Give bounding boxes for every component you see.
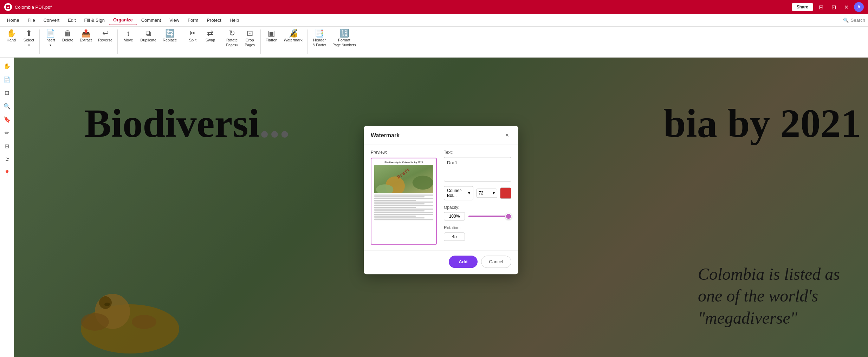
sidebar-thumbnail[interactable]: 📄 <box>1 74 13 85</box>
search-label[interactable]: Search <box>851 18 865 23</box>
delete-label: Delete <box>62 38 73 42</box>
rotate-pages-icon: ↻ <box>229 29 235 37</box>
header-footer-label: Header <box>313 38 326 42</box>
menu-comment[interactable]: Comment <box>137 15 165 25</box>
preview-line <box>374 217 425 218</box>
svg-text:A: A <box>7 6 9 9</box>
insert-label: Insert <box>45 38 55 42</box>
rotate-pages-sublabel: Pages▾ <box>226 43 238 47</box>
rotate-pages-label: Rotate <box>226 38 238 42</box>
select-icon: ⬆ <box>26 29 32 37</box>
menu-convert[interactable]: Convert <box>39 15 64 25</box>
hand-icon: ✋ <box>7 29 16 37</box>
insert-icon: 📄 <box>46 29 55 37</box>
window-close-icon[interactable]: ✕ <box>841 2 851 12</box>
window-minimize-icon[interactable]: ⊟ <box>816 2 826 12</box>
ribbon-header-footer[interactable]: 📑 Header & Footer <box>310 28 329 55</box>
preview-image-area: Draft <box>374 165 433 193</box>
title-bar-right: Share ⊟ ⊡ ✕ A <box>792 2 864 12</box>
extract-icon: 📤 <box>81 29 91 37</box>
preview-line <box>374 203 425 204</box>
ribbon-move[interactable]: ↕ Move <box>120 28 137 55</box>
rotation-input[interactable] <box>444 232 465 241</box>
sidebar-search[interactable]: 🔍 <box>1 100 13 112</box>
menu-home[interactable]: Home <box>3 15 24 25</box>
search-icon: 🔍 <box>843 18 849 23</box>
menu-help[interactable]: Help <box>226 15 244 25</box>
menu-edit[interactable]: Edit <box>64 15 80 25</box>
user-avatar[interactable]: A <box>854 2 864 12</box>
font-size-chevron: ▾ <box>493 191 495 196</box>
watermark-text-input[interactable]: Draft <box>444 157 511 181</box>
font-size-value: 72 <box>479 191 483 196</box>
insert-sublabel: ▾ <box>50 43 51 47</box>
font-row: Courier-Bol... ▾ 72 ▾ <box>444 186 511 200</box>
preview-panel: Preview: Biodiversity in Colombia by 202… <box>371 150 437 245</box>
ribbon-extract[interactable]: 📤 Extract <box>77 28 95 55</box>
ribbon-hand[interactable]: ✋ Hand <box>3 28 20 55</box>
preview-line <box>374 219 433 220</box>
add-button[interactable]: Add <box>449 256 477 268</box>
sidebar-pages[interactable]: ⊞ <box>1 87 13 98</box>
opacity-label: Opacity: <box>444 205 511 210</box>
ribbon-swap[interactable]: ⇄ Swap <box>202 28 219 55</box>
sidebar-annotations[interactable]: ✏ <box>1 127 13 138</box>
hand-label: Hand <box>7 38 16 42</box>
search-bar[interactable]: 🔍 Search <box>843 18 865 23</box>
ribbon-replace[interactable]: 🔄 Replace <box>160 28 180 55</box>
preview-line <box>374 214 433 215</box>
split-icon: ✂ <box>189 29 196 37</box>
ribbon-rotate-pages[interactable]: ↻ Rotate Pages▾ <box>223 28 240 55</box>
menu-view[interactable]: View <box>165 15 183 25</box>
ribbon-duplicate[interactable]: ⧉ Duplicate <box>137 28 159 55</box>
menu-file[interactable]: File <box>24 15 39 25</box>
sidebar-hand-tool[interactable]: ✋ <box>1 60 13 72</box>
opacity-row <box>444 212 511 220</box>
ribbon-watermark[interactable]: 🔏 Watermark <box>281 28 305 55</box>
dialog-close-button[interactable]: × <box>503 131 511 140</box>
menu-fill-sign[interactable]: Fill & Sign <box>80 15 109 25</box>
rotation-label: Rotation: <box>444 225 511 230</box>
opacity-slider-fill <box>468 216 511 217</box>
move-icon: ↕ <box>127 29 130 37</box>
opacity-slider[interactable] <box>468 216 511 217</box>
preview-line <box>374 209 433 210</box>
ribbon-sep-5 <box>260 29 261 54</box>
menu-form[interactable]: Form <box>183 15 202 25</box>
sidebar-signatures[interactable]: 🗂 <box>1 154 13 165</box>
preview-line <box>374 201 433 203</box>
cancel-button[interactable]: Cancel <box>481 256 511 268</box>
menu-bar-right: 🔍 Search <box>843 18 865 23</box>
sidebar-location[interactable]: 📍 <box>1 167 13 178</box>
replace-label: Replace <box>163 38 177 42</box>
ribbon-flatten[interactable]: ▣ Flatten <box>263 28 280 55</box>
ribbon-sep-2 <box>117 29 118 54</box>
ribbon-format-page-numbers[interactable]: 🔢 Format Page Numbers <box>330 28 359 55</box>
opacity-input[interactable] <box>444 212 465 220</box>
ribbon-split[interactable]: ✂ Split <box>184 28 201 55</box>
header-footer-sublabel: & Footer <box>313 43 326 47</box>
reverse-icon: ↩ <box>102 29 109 37</box>
watermark-dialog: Watermark × Preview: Biodiversity in Col… <box>364 126 518 274</box>
ribbon-select[interactable]: ⬆ Select ▾ <box>20 28 37 55</box>
ribbon-insert[interactable]: 📄 Insert ▾ <box>42 28 59 55</box>
preview-frame: Biodiversity in Colombia by 2021 <box>371 158 437 245</box>
menu-protect[interactable]: Protect <box>202 15 225 25</box>
ribbon-delete[interactable]: 🗑 Delete <box>59 28 76 55</box>
font-size-select[interactable]: 72 ▾ <box>476 189 497 198</box>
select-sublabel: ▾ <box>28 43 30 47</box>
format-page-numbers-icon: 🔢 <box>339 29 349 37</box>
menu-organize[interactable]: Organize <box>109 15 137 25</box>
sidebar-bookmarks[interactable]: 🔖 <box>1 114 13 125</box>
color-picker[interactable] <box>500 187 511 199</box>
preview-line <box>374 200 416 201</box>
flatten-icon: ▣ <box>268 29 275 37</box>
ribbon-crop-pages[interactable]: ⊡ Crop Pages <box>241 28 258 55</box>
share-button[interactable]: Share <box>792 3 813 11</box>
font-select[interactable]: Courier-Bol... ▾ <box>444 186 473 200</box>
window-restore-icon[interactable]: ⊡ <box>829 2 838 12</box>
opacity-slider-thumb[interactable] <box>505 213 512 219</box>
ribbon-reverse[interactable]: ↩ Reverse <box>95 28 115 55</box>
format-page-numbers-sublabel: Page Numbers <box>332 43 356 47</box>
sidebar-layers[interactable]: ⊟ <box>1 140 13 152</box>
